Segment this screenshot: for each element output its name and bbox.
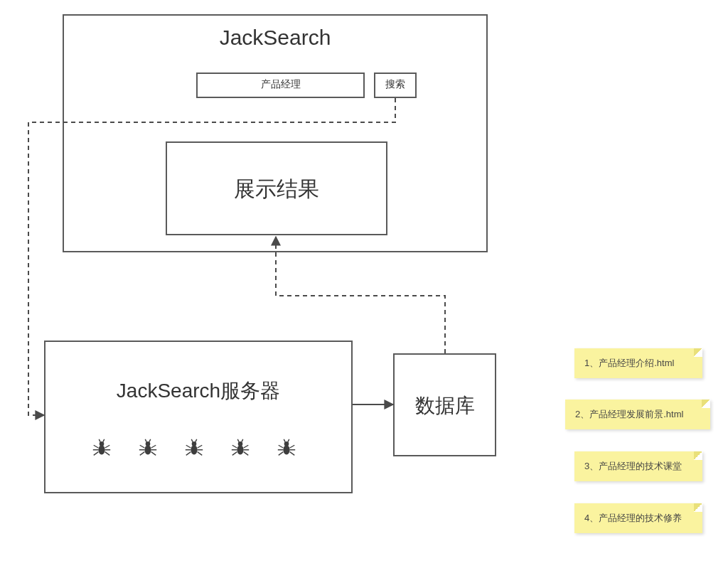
client-title: JackSearch bbox=[63, 26, 488, 50]
search-button-label: 搜索 bbox=[374, 78, 417, 91]
note-2: 2、产品经理发展前景.html bbox=[565, 400, 710, 429]
note-text: 2、产品经理发展前景.html bbox=[575, 408, 683, 421]
crawler-icon bbox=[183, 437, 205, 459]
database-label: 数据库 bbox=[393, 392, 496, 419]
svg-point-0 bbox=[98, 445, 105, 454]
svg-point-6 bbox=[237, 445, 243, 454]
svg-point-7 bbox=[238, 441, 243, 446]
svg-point-4 bbox=[191, 445, 197, 454]
svg-point-1 bbox=[100, 441, 105, 446]
crawler-icon bbox=[230, 437, 251, 459]
crawler-icon bbox=[276, 437, 297, 459]
crawler-icon bbox=[137, 437, 159, 459]
svg-point-8 bbox=[283, 445, 289, 454]
note-text: 4、产品经理的技术修养 bbox=[584, 512, 682, 525]
svg-point-9 bbox=[284, 441, 289, 446]
note-4: 4、产品经理的技术修养 bbox=[574, 503, 702, 533]
svg-point-3 bbox=[146, 441, 151, 446]
server-box bbox=[44, 341, 353, 493]
svg-point-5 bbox=[192, 441, 197, 446]
note-3: 3、产品经理的技术课堂 bbox=[574, 451, 702, 481]
svg-point-2 bbox=[144, 445, 151, 454]
note-text: 1、产品经理介绍.html bbox=[584, 357, 674, 370]
server-title: JackSearch服务器 bbox=[44, 377, 353, 404]
results-label: 展示结果 bbox=[166, 175, 387, 204]
crawler-icon bbox=[91, 437, 112, 459]
note-text: 3、产品经理的技术课堂 bbox=[584, 460, 682, 473]
search-input-value: 产品经理 bbox=[196, 78, 365, 91]
note-1: 1、产品经理介绍.html bbox=[574, 348, 702, 378]
